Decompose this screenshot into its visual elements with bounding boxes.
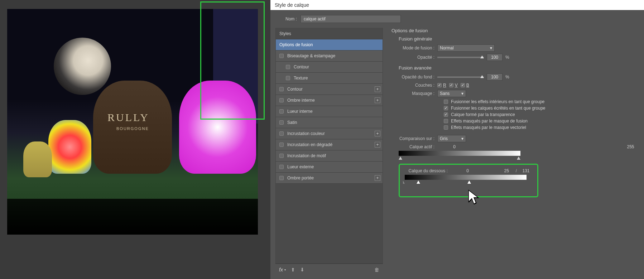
advanced-option-label: Effets masqués par le masque vectoriel bbox=[451, 125, 526, 130]
balloon-subtext: BOURGOGNE bbox=[116, 126, 149, 131]
under-low: 0 bbox=[461, 168, 474, 173]
blend-if-combo[interactable]: Gris▾ bbox=[437, 135, 466, 142]
style-checkbox[interactable] bbox=[279, 154, 284, 158]
knockout-combo[interactable]: Sans▾ bbox=[437, 90, 466, 97]
style-item[interactable]: Biseautage & estampage bbox=[276, 50, 383, 62]
advanced-option-checkbox[interactable] bbox=[444, 119, 448, 123]
style-checkbox[interactable] bbox=[279, 176, 284, 180]
style-item[interactable]: Contour bbox=[276, 62, 383, 73]
add-effect-icon[interactable]: + bbox=[375, 142, 380, 148]
advanced-fusion-title: Fusion avancée bbox=[399, 65, 637, 71]
style-checkbox[interactable] bbox=[279, 131, 284, 136]
advanced-option-checkbox[interactable] bbox=[444, 125, 448, 130]
style-item-label: Incrustation en dégradé bbox=[287, 142, 332, 147]
fill-opacity-unit: % bbox=[505, 74, 509, 80]
cursor-icon bbox=[467, 189, 480, 208]
annotation-box-2: Calque du dessous : 0 25 / 131 bbox=[399, 164, 538, 197]
channel-v-checkbox[interactable] bbox=[449, 83, 453, 87]
advanced-option-checkbox[interactable] bbox=[444, 112, 448, 117]
advanced-option-label: Fusionner les calques écrêtés en tant qu… bbox=[451, 106, 546, 111]
opacity-label: Opacité : bbox=[399, 55, 434, 60]
layer-style-dialog: Style de calque Nom : Styles Options de … bbox=[270, 0, 644, 279]
move-down-icon[interactable]: ⬇ bbox=[300, 267, 304, 273]
crowd-graphic bbox=[7, 199, 258, 235]
image-preview: RULLY BOURGOGNE bbox=[7, 9, 258, 235]
blend-mode-label: Mode de fusion : bbox=[399, 45, 434, 50]
style-checkbox[interactable] bbox=[279, 143, 284, 147]
under-sep: / bbox=[516, 168, 517, 173]
this-layer-high: 255 bbox=[624, 144, 637, 149]
dialog-title: Style de calque bbox=[270, 0, 644, 10]
add-effect-icon[interactable]: + bbox=[375, 175, 380, 181]
channel-b-checkbox[interactable] bbox=[461, 83, 465, 87]
this-layer-label: Calque actif : bbox=[399, 144, 434, 149]
style-item[interactable]: Satin bbox=[276, 117, 383, 128]
style-item[interactable]: Texture bbox=[276, 73, 383, 84]
style-item[interactable]: Ombre portée+ bbox=[276, 173, 383, 184]
advanced-option-label: Fusionner les effets intérieurs en tant … bbox=[451, 99, 544, 104]
fx-menu-icon[interactable]: fx bbox=[279, 267, 283, 273]
style-item-label: Incrustation de motif bbox=[287, 153, 326, 158]
style-item-label: Contour bbox=[294, 64, 309, 69]
advanced-option-checkbox[interactable] bbox=[444, 106, 448, 110]
under-layer-gradient[interactable] bbox=[405, 175, 527, 180]
advanced-option-checkbox[interactable] bbox=[444, 100, 448, 104]
style-item-label: Biseautage & estampage bbox=[287, 53, 335, 58]
style-item[interactable]: Contour+ bbox=[276, 84, 383, 95]
this-layer-low: 0 bbox=[448, 144, 461, 149]
style-item-label: Options de fusion bbox=[279, 42, 313, 47]
trash-icon[interactable]: 🗑 bbox=[374, 267, 379, 273]
style-checkbox[interactable] bbox=[279, 165, 284, 169]
style-checkbox[interactable] bbox=[279, 87, 284, 91]
fill-opacity-input[interactable] bbox=[487, 73, 503, 81]
under-layer-markers[interactable] bbox=[405, 181, 527, 186]
style-item-label: Lueur interne bbox=[287, 109, 313, 114]
style-item-label: Contour bbox=[287, 87, 303, 92]
layer-name-input[interactable] bbox=[301, 15, 401, 23]
this-layer-markers[interactable] bbox=[399, 157, 520, 162]
balloon-graphic bbox=[23, 141, 52, 177]
style-item[interactable]: Incrustation en dégradé+ bbox=[276, 139, 383, 150]
style-item[interactable]: Incrustation de motif bbox=[276, 150, 383, 162]
fill-opacity-slider[interactable] bbox=[437, 76, 484, 78]
styles-list: Styles Options de fusionBiseautage & est… bbox=[275, 28, 383, 264]
advanced-option-label: Effets masqués par le masque de fusion bbox=[451, 119, 528, 124]
style-checkbox[interactable] bbox=[279, 98, 284, 102]
general-fusion-title: Fusion générale bbox=[399, 36, 637, 42]
style-checkbox[interactable] bbox=[279, 120, 284, 125]
under-high: 131 bbox=[520, 168, 532, 173]
add-effect-icon[interactable]: + bbox=[375, 131, 380, 136]
style-item-label: Ombre portée bbox=[287, 175, 314, 181]
move-up-icon[interactable]: ⬆ bbox=[291, 267, 295, 273]
style-checkbox[interactable] bbox=[279, 54, 284, 58]
this-layer-gradient[interactable] bbox=[399, 151, 520, 156]
channel-r-checkbox[interactable] bbox=[437, 83, 442, 87]
fill-opacity-label: Opacité du fond : bbox=[399, 74, 434, 80]
options-section-title: Options de fusion bbox=[391, 28, 637, 33]
under-layer-label: Calque du dessous : bbox=[405, 168, 448, 173]
under-mid: 25 bbox=[500, 168, 513, 173]
styles-header[interactable]: Styles bbox=[276, 28, 383, 39]
add-effect-icon[interactable]: + bbox=[375, 86, 380, 92]
style-item[interactable]: Incrustation couleur+ bbox=[276, 128, 383, 139]
blend-if-label: Comparaison sur : bbox=[399, 136, 434, 141]
moon-graphic bbox=[54, 38, 111, 95]
style-item[interactable]: Lueur externe bbox=[276, 162, 383, 173]
style-checkbox[interactable] bbox=[279, 109, 284, 114]
style-item[interactable]: Options de fusion bbox=[276, 39, 383, 50]
style-checkbox[interactable] bbox=[286, 76, 290, 80]
fx-caret-icon[interactable]: ▾ bbox=[284, 268, 286, 271]
style-item-label: Ombre interne bbox=[287, 98, 315, 103]
balloon-text: RULLY bbox=[107, 111, 149, 124]
balloon-graphic bbox=[48, 120, 91, 174]
styles-footer: fx ▾ ⬆ ⬇ 🗑 bbox=[275, 264, 383, 275]
opacity-slider[interactable] bbox=[437, 57, 484, 58]
blend-mode-combo[interactable]: Normal▾ bbox=[437, 44, 495, 52]
style-checkbox[interactable] bbox=[286, 65, 290, 69]
style-item[interactable]: Lueur interne bbox=[276, 106, 383, 117]
style-item-label: Incrustation couleur bbox=[287, 131, 325, 136]
add-effect-icon[interactable]: + bbox=[375, 97, 380, 103]
style-item[interactable]: Ombre interne+ bbox=[276, 95, 383, 106]
name-label: Nom : bbox=[275, 16, 297, 21]
opacity-input[interactable] bbox=[487, 54, 503, 61]
